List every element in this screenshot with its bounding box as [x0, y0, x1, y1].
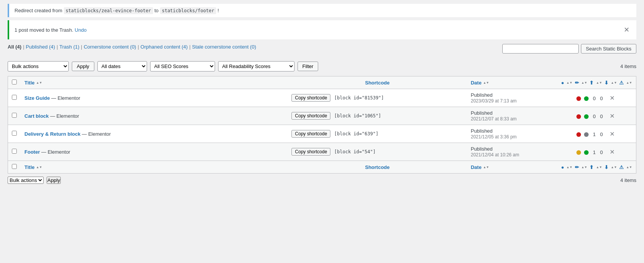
- row-checkbox-cell[interactable]: [8, 125, 21, 143]
- title-column-header[interactable]: Title ▲▼: [21, 76, 288, 89]
- tablenav-top: Bulk actions Apply All dates All SEO Sco…: [8, 60, 636, 73]
- search-input[interactable]: [502, 44, 579, 54]
- select-all-header[interactable]: [8, 76, 21, 89]
- row-title-link[interactable]: Size Guide: [24, 95, 50, 101]
- row-subtitle: — Elementor: [41, 149, 70, 155]
- row-checkbox[interactable]: [12, 113, 17, 118]
- date-column-footer[interactable]: Date ▲▼: [467, 161, 557, 174]
- readability-select[interactable]: All Readability Scores: [218, 61, 294, 71]
- row-checkbox[interactable]: [12, 95, 17, 100]
- row-date-cell: Published 2021/12/04 at 10:26 am: [467, 143, 557, 161]
- date-footer-label: Date: [471, 164, 481, 170]
- title-header-label: Title: [24, 80, 35, 86]
- remove-button[interactable]: ✕: [607, 148, 617, 156]
- copy-shortcode-button[interactable]: Copy shortcode: [291, 94, 330, 102]
- row-checkbox-cell[interactable]: [8, 107, 21, 125]
- remove-button[interactable]: ✕: [607, 94, 617, 102]
- filter-trash[interactable]: Trash (1): [60, 44, 79, 50]
- row-date-cell: Published 2021/12/07 at 8:33 am: [467, 107, 557, 125]
- row-scores-cell: 0 0 ✕: [557, 89, 636, 107]
- shortcode-value: [block id="639"]: [334, 131, 379, 136]
- edit-icon-footer: ✏: [575, 164, 579, 170]
- row-shortcode-cell: Copy shortcode [block id="54"]: [288, 143, 467, 161]
- row-scores-cell: 0 0 ✕: [557, 107, 636, 125]
- seo-icon: ●: [561, 80, 564, 86]
- shortcode-value: [block id="81539"]: [334, 95, 384, 101]
- copy-shortcode-button[interactable]: Copy shortcode: [291, 112, 330, 120]
- remove-button[interactable]: ✕: [607, 130, 617, 138]
- redirect-to: staticblocks/footer: [160, 7, 216, 14]
- copy-shortcode-button[interactable]: Copy shortcode: [291, 148, 330, 156]
- title-column-footer[interactable]: Title ▲▼: [21, 161, 288, 174]
- seo-select[interactable]: All SEO Scores: [150, 61, 215, 71]
- dates-select[interactable]: All dates: [97, 61, 147, 71]
- title-sort-link-footer[interactable]: Title ▲▼: [24, 164, 284, 170]
- table-body: Size Guide — Elementor Copy shortcode [b…: [8, 89, 636, 161]
- filter-orphaned[interactable]: Orphaned content (4): [141, 44, 188, 50]
- row-date: 2023/03/29 at 7:13 am: [471, 98, 516, 104]
- select-all-checkbox-bottom[interactable]: [12, 164, 17, 169]
- row-status: Published: [471, 92, 492, 98]
- bulk-actions-select-bottom[interactable]: Bulk actions: [8, 177, 44, 184]
- row-checkbox[interactable]: [12, 149, 17, 154]
- date-sort-link[interactable]: Date ▲▼: [471, 80, 553, 86]
- shortcode-value: [block id="1065"]: [334, 113, 381, 119]
- filter-button[interactable]: Filter: [298, 62, 319, 71]
- row-subtitle: — Elementor: [51, 95, 80, 101]
- row-checkbox-cell[interactable]: [8, 89, 21, 107]
- remove-button[interactable]: ✕: [607, 112, 617, 120]
- row-date: 2021/12/05 at 3:36 pm: [471, 134, 516, 140]
- apply-button-top[interactable]: Apply: [72, 62, 94, 71]
- row-date-cell: Published 2021/12/05 at 3:36 pm: [467, 125, 557, 143]
- date-sort-link-footer[interactable]: Date ▲▼: [471, 164, 553, 170]
- row-checkbox-cell[interactable]: [8, 143, 21, 161]
- row-dot2: [584, 96, 589, 101]
- redirect-text-mid: to: [154, 8, 159, 13]
- copy-shortcode-button[interactable]: Copy shortcode: [291, 130, 330, 138]
- import-icon-footer: ⬇: [604, 164, 608, 170]
- row-title-link[interactable]: Delivery & Return block: [24, 131, 81, 137]
- row-title-link[interactable]: Footer: [24, 149, 40, 155]
- date-column-header[interactable]: Date ▲▼: [467, 76, 557, 89]
- filter-all[interactable]: All (4): [8, 44, 21, 50]
- select-all-checkbox-top[interactable]: [12, 80, 17, 84]
- row-checkbox[interactable]: [12, 131, 17, 136]
- top-area: All (4) | Published (4) | Trash (1) | Co…: [8, 44, 636, 57]
- filter-links: All (4) | Published (4) | Trash (1) | Co…: [8, 44, 256, 50]
- row-status: Published: [471, 110, 492, 116]
- row-status: Published: [471, 128, 492, 134]
- import-icon: ⬇: [604, 80, 608, 86]
- export-icon-footer: ⬆: [589, 164, 594, 170]
- row-title-link[interactable]: Cart block: [24, 113, 49, 119]
- redirect-from: staticblocks/zeal-evince-footer: [64, 7, 153, 14]
- row-score1: 0: [593, 96, 595, 101]
- row-dot1: [576, 150, 581, 155]
- filter-published[interactable]: Published (4): [26, 44, 55, 50]
- row-dot2: [584, 132, 589, 137]
- trash-notice-text: 1 post moved to the Trash.: [15, 27, 73, 33]
- dismiss-button[interactable]: ✕: [622, 24, 631, 36]
- table-row: Footer — Elementor Copy shortcode [block…: [8, 143, 636, 161]
- row-dot2: [584, 150, 589, 155]
- select-all-footer[interactable]: [8, 161, 21, 174]
- row-subtitle: — Elementor: [50, 113, 79, 119]
- filter-stale[interactable]: Stale cornerstone content (0): [192, 44, 256, 50]
- apply-button-bottom[interactable]: Apply: [47, 177, 61, 184]
- row-score1: 1: [593, 132, 595, 137]
- table-row: Size Guide — Elementor Copy shortcode [b…: [8, 89, 636, 107]
- row-status: Published: [471, 146, 492, 152]
- filter-cornerstone[interactable]: Cornerstone content (0): [84, 44, 136, 50]
- static-blocks-table: Title ▲▼ Shortcode Date ▲▼ ● ▲▼: [8, 76, 636, 174]
- bulk-actions-select-top[interactable]: Bulk actions: [8, 61, 69, 71]
- row-date: 2021/12/07 at 8:33 am: [471, 116, 516, 122]
- warning-icon: ⚠: [619, 80, 624, 86]
- undo-link[interactable]: Undo: [75, 27, 87, 33]
- date-sort-arrows: ▲▼: [483, 81, 489, 84]
- title-sort-arrows: ▲▼: [36, 81, 42, 84]
- search-button[interactable]: Search Static Blocks: [581, 44, 636, 54]
- title-sort-link[interactable]: Title ▲▼: [24, 80, 284, 86]
- row-title-cell: Size Guide — Elementor: [21, 89, 288, 107]
- row-title-cell: Footer — Elementor: [21, 143, 288, 161]
- warning-icon-footer: ⚠: [619, 164, 624, 170]
- row-score2: 0: [600, 149, 603, 155]
